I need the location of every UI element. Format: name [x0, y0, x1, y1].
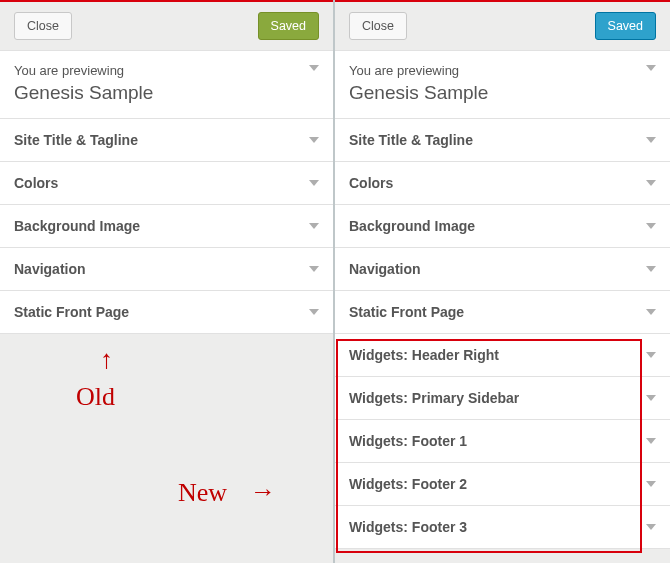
panel-label: Site Title & Tagline [349, 132, 473, 148]
saved-button[interactable]: Saved [258, 12, 319, 40]
close-button[interactable]: Close [14, 12, 72, 40]
preview-header[interactable]: You are previewing Genesis Sample [335, 50, 670, 119]
panel-colors[interactable]: Colors [335, 161, 670, 205]
panel-label: Widgets: Primary Sidebar [349, 390, 519, 406]
panel-widgets-footer-3[interactable]: Widgets: Footer 3 [335, 505, 670, 549]
panel-widgets-header-right[interactable]: Widgets: Header Right [335, 333, 670, 377]
chevron-down-icon [646, 223, 656, 229]
chevron-down-icon [646, 524, 656, 530]
saved-button[interactable]: Saved [595, 12, 656, 40]
panel-label: Widgets: Footer 3 [349, 519, 467, 535]
close-button[interactable]: Close [349, 12, 407, 40]
chevron-down-icon [646, 266, 656, 272]
preview-title: Genesis Sample [349, 82, 656, 104]
panel-widgets-footer-1[interactable]: Widgets: Footer 1 [335, 419, 670, 463]
chevron-down-icon [309, 180, 319, 186]
header-bar: Close Saved [335, 2, 670, 50]
chevron-down-icon [646, 180, 656, 186]
panel-background-image[interactable]: Background Image [0, 204, 333, 248]
panel-label: Widgets: Footer 2 [349, 476, 467, 492]
customizer-pane-old: Close Saved You are previewing Genesis S… [0, 0, 335, 563]
panel-label: Static Front Page [14, 304, 129, 320]
panel-label: Navigation [349, 261, 421, 277]
chevron-down-icon [646, 395, 656, 401]
header-bar: Close Saved [0, 2, 333, 50]
chevron-down-icon [646, 481, 656, 487]
preview-label: You are previewing [349, 63, 656, 78]
panel-widgets-primary-sidebar[interactable]: Widgets: Primary Sidebar [335, 376, 670, 420]
panel-background-image[interactable]: Background Image [335, 204, 670, 248]
chevron-down-icon [309, 137, 319, 143]
preview-header[interactable]: You are previewing Genesis Sample [0, 50, 333, 119]
panel-label: Site Title & Tagline [14, 132, 138, 148]
panel-label: Navigation [14, 261, 86, 277]
panel-static-front-page[interactable]: Static Front Page [0, 290, 333, 334]
chevron-down-icon [309, 266, 319, 272]
panel-colors[interactable]: Colors [0, 161, 333, 205]
panel-navigation[interactable]: Navigation [0, 247, 333, 291]
customizer-pane-new: Close Saved You are previewing Genesis S… [335, 0, 670, 563]
chevron-down-icon [646, 137, 656, 143]
panel-label: Colors [349, 175, 393, 191]
chevron-down-icon [646, 438, 656, 444]
chevron-down-icon [309, 223, 319, 229]
chevron-down-icon [646, 65, 656, 71]
panel-list: You are previewing Genesis Sample Site T… [335, 50, 670, 549]
panel-label: Background Image [349, 218, 475, 234]
panel-site-title[interactable]: Site Title & Tagline [335, 118, 670, 162]
chevron-down-icon [309, 309, 319, 315]
panel-site-title[interactable]: Site Title & Tagline [0, 118, 333, 162]
panel-widgets-footer-2[interactable]: Widgets: Footer 2 [335, 462, 670, 506]
chevron-down-icon [646, 309, 656, 315]
panel-list: You are previewing Genesis Sample Site T… [0, 50, 333, 334]
panel-static-front-page[interactable]: Static Front Page [335, 290, 670, 334]
panel-label: Colors [14, 175, 58, 191]
panel-navigation[interactable]: Navigation [335, 247, 670, 291]
panel-label: Widgets: Footer 1 [349, 433, 467, 449]
panel-label: Background Image [14, 218, 140, 234]
preview-label: You are previewing [14, 63, 319, 78]
chevron-down-icon [646, 352, 656, 358]
chevron-down-icon [309, 65, 319, 71]
preview-title: Genesis Sample [14, 82, 319, 104]
panel-label: Static Front Page [349, 304, 464, 320]
panel-label: Widgets: Header Right [349, 347, 499, 363]
